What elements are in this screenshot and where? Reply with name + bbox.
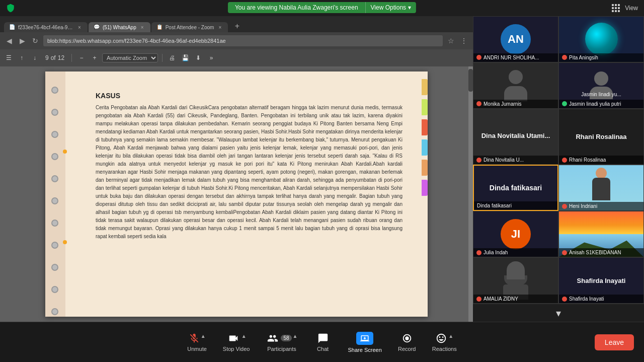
- svg-point-1: [405, 336, 409, 340]
- panel-footer: ▾: [473, 304, 644, 322]
- name-bar-rhani: Rhani Rosalinaa: [559, 156, 643, 164]
- zoom-select[interactable]: Automatic Zoom: [102, 53, 158, 62]
- tab-label-2: (51) WhatsApp: [103, 25, 136, 30]
- tab-close-3[interactable]: ×: [217, 24, 223, 30]
- save-button[interactable]: 💾: [180, 52, 191, 63]
- browser-area: 📄 f233ee76-4bcf-46ea-96af-ed4ebb2... × 💬…: [0, 16, 473, 322]
- mic-icon-jasmin: [562, 101, 567, 106]
- name-anisah: Anisah S1KEBIDANAN: [569, 250, 621, 255]
- grid-icon: [612, 4, 620, 12]
- tab-favicon-1: 📄: [9, 24, 15, 30]
- toolbar-separator-2: [162, 54, 163, 62]
- participants-count: 58: [281, 335, 291, 341]
- participant-tile-dina: Dina Novitalia Utami... Dina Novitalia U…: [473, 109, 558, 165]
- participant-tile-heni: Heni Indriani: [558, 165, 644, 211]
- sidebar-toggle[interactable]: ☰: [3, 52, 14, 63]
- leave-button[interactable]: Leave: [595, 334, 634, 350]
- chat-label: Chat: [317, 346, 329, 352]
- stop-video-chevron[interactable]: ▲: [242, 333, 247, 339]
- participant-tile-rhani: Rhani Rosalinaa Rhani Rosalinaa: [558, 109, 644, 165]
- top-bar: You are viewing Nabila Aulia Zwageri's s…: [0, 0, 644, 16]
- name-shafirda: Shafirda Inayati: [569, 296, 604, 302]
- reactions-chevron[interactable]: ▲: [448, 333, 453, 339]
- avatar-andri: AN: [501, 24, 531, 54]
- unmute-button[interactable]: ▲ Unmute: [181, 330, 213, 355]
- zoom-in[interactable]: +: [89, 52, 100, 63]
- name-bar-pita: Pita Aningsih: [559, 53, 643, 62]
- participants-grid: AN ANDRI NUR SHOLIHA... Pita Aningsih: [473, 16, 644, 304]
- show-more-button[interactable]: ▾: [556, 307, 561, 319]
- participant-tile-jasmin: Jasmin linadi yu... Jasmin linadi yulia …: [558, 62, 644, 109]
- share-screen-icon: [360, 334, 370, 343]
- address-input[interactable]: [43, 35, 443, 46]
- participants-button[interactable]: 58 ▲ Participants: [260, 330, 303, 355]
- stop-video-button[interactable]: ▲ Stop Video: [217, 330, 256, 355]
- tab-3[interactable]: 📋 Post Attendee - Zoom ×: [151, 22, 228, 32]
- bottom-toolbar: ▲ Unmute ▲ Stop Video 58 ▲ Participants: [0, 322, 644, 362]
- print-button[interactable]: 🖨: [167, 52, 178, 63]
- participants-icon-wrap: 58 ▲: [266, 333, 297, 344]
- name-bar-shafirda: Shafirda Inayati: [559, 295, 643, 303]
- chat-icon: [317, 333, 329, 344]
- scroll-down[interactable]: ↓: [29, 52, 40, 63]
- name-bar-amalia: AMALIA ZIDNY: [473, 295, 558, 303]
- banner-text: You are viewing Nabila Aulia Zwageri's s…: [228, 2, 365, 13]
- scroll-up[interactable]: ↑: [16, 52, 27, 63]
- bookmark-button[interactable]: ☆: [446, 36, 456, 46]
- tab-2[interactable]: 💬 (51) WhatsApp ×: [89, 22, 150, 32]
- page-separator: of: [51, 54, 56, 61]
- unmute-chevron[interactable]: ▲: [201, 333, 206, 339]
- name-bar-julia: Julia Indah: [473, 248, 558, 257]
- pdf-viewer[interactable]: KASUS Cerita Pengobatan ala Abah Kardali…: [0, 66, 473, 322]
- reactions-icon-wrap: ▲: [435, 333, 453, 344]
- record-icon: [401, 333, 413, 344]
- view-options-label: View Options: [371, 4, 406, 11]
- scrollbar-thumb[interactable]: [468, 69, 473, 92]
- tab-label-1: f233ee76-4bcf-46ea-96af-ed4ebb2...: [18, 25, 73, 30]
- page-info: 9 of 12: [45, 54, 64, 61]
- menu-button[interactable]: ⋮: [459, 36, 469, 46]
- annotation-mark-2: [63, 240, 67, 244]
- name-display-rhani: Rhani Rosalinaa: [576, 133, 626, 140]
- scrollbar[interactable]: [468, 66, 473, 322]
- zoom-out[interactable]: −: [76, 52, 87, 63]
- ring-marks: [51, 87, 58, 317]
- tab-label-3: Post Attendee - Zoom: [166, 25, 214, 30]
- share-screen-button[interactable]: Share Screen: [342, 329, 388, 356]
- view-options-button[interactable]: View Options ▾: [365, 2, 416, 13]
- unmute-label: Unmute: [187, 346, 207, 352]
- reactions-button[interactable]: ▲ Reactions: [426, 330, 463, 355]
- tab-add-button[interactable]: +: [231, 20, 243, 32]
- name-display-shafirda: Shafirda Inayati: [577, 277, 626, 284]
- participants-chevron[interactable]: ▲: [293, 333, 298, 339]
- pdf-title: KASUS: [96, 92, 403, 100]
- tab-1[interactable]: 📄 f233ee76-4bcf-46ea-96af-ed4ebb2... ×: [4, 22, 88, 32]
- forward-button[interactable]: ▶: [17, 36, 27, 46]
- refresh-button[interactable]: ↻: [30, 36, 40, 46]
- avatar-pita: [585, 23, 618, 55]
- participant-tile-shafirda: Shafirda Inayati Shafirda Inayati: [558, 257, 644, 304]
- top-bar-right: View: [612, 4, 638, 12]
- page-current: 9: [45, 54, 49, 61]
- back-button[interactable]: ◀: [4, 36, 14, 46]
- more-tools[interactable]: »: [206, 52, 217, 63]
- share-screen-label: Share Screen: [348, 347, 382, 353]
- tab-close-2[interactable]: ×: [139, 24, 145, 30]
- name-bar-dinda: Dinda fatikasari: [474, 201, 557, 210]
- chat-button[interactable]: Chat: [308, 330, 338, 355]
- participant-tile-julia: JI Julia Indah: [473, 211, 558, 257]
- participants-label: Participants: [267, 346, 296, 352]
- mic-icon-dina: [476, 158, 481, 163]
- tab-close-1[interactable]: ×: [76, 24, 83, 30]
- name-bar-jasmin: Jasmin linadi yulia putri: [559, 100, 643, 108]
- avatar-dina: Dina Novitalia Utami...: [476, 127, 555, 147]
- participant-tile-amalia: AMALIA ZIDNY: [473, 257, 558, 304]
- download-button[interactable]: ⬇: [193, 52, 204, 63]
- name-bar-anisah: Anisah S1KEBIDANAN: [559, 248, 643, 257]
- toolbar-separator-1: [71, 54, 72, 62]
- pdf-body: Cerita Pengobatan ala Abah Kardali dari …: [96, 104, 403, 241]
- record-button[interactable]: Record: [392, 330, 422, 355]
- participant-tile-dinda: Dinda fatikasari Dinda fatikasari: [473, 165, 558, 211]
- name-display-dina: Dina Novitalia Utami...: [481, 132, 550, 139]
- pdf-page: KASUS Cerita Pengobatan ala Abah Kardali…: [45, 71, 428, 317]
